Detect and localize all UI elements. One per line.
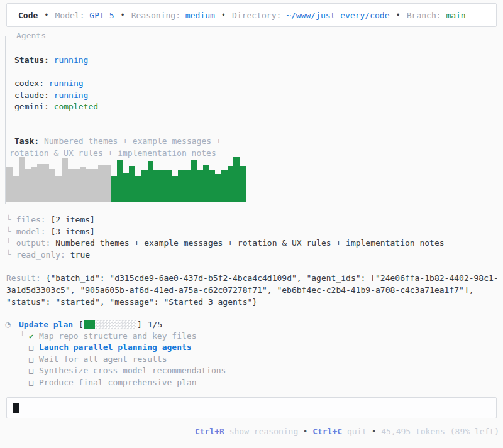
message-input[interactable] — [6, 397, 497, 418]
tool-param-row: └ files: [2 items] — [6, 214, 445, 226]
clock-icon: ◔ — [5, 320, 19, 329]
agent-state: running — [49, 79, 84, 88]
agent-activity-bars — [6, 153, 246, 202]
activity-bar — [49, 169, 55, 202]
activity-bar — [111, 176, 117, 202]
plan-item-text: Launch parallel planning agents — [39, 342, 192, 352]
app-title: Code — [18, 11, 38, 20]
text-cursor — [13, 403, 19, 413]
corner-branch-icon: └ — [6, 215, 11, 224]
checkbox-empty-icon: □ — [29, 354, 39, 365]
task-label: Task: — [14, 136, 39, 146]
plan-item-text: Wait for all agent results — [39, 354, 167, 364]
separator-dot-icon: • — [44, 11, 48, 19]
activity-bar — [86, 169, 92, 202]
activity-bar — [203, 165, 209, 202]
param-key: files: — [16, 215, 46, 224]
model-indicator: Model: GPT-5 — [55, 11, 114, 20]
activity-bar — [74, 169, 80, 202]
activity-bar — [6, 167, 13, 202]
tool-result: Result: {"batch_id": "d315cde9-6ae0-437d… — [6, 272, 500, 308]
directory-label: Directory: — [232, 11, 281, 20]
activity-bar — [228, 166, 234, 202]
separator-dot-icon: • — [372, 427, 376, 436]
agent-name: gemini: — [14, 102, 49, 111]
activity-bar — [104, 165, 111, 202]
status-label: Status: — [14, 55, 49, 65]
activity-bar — [184, 170, 191, 202]
activity-bar — [25, 169, 31, 202]
activity-bar — [19, 157, 25, 202]
separator-dot-icon: • — [396, 11, 401, 19]
shortcut-key: Ctrl+C — [312, 427, 342, 436]
result-label: Result: — [6, 273, 41, 283]
agent-name: claude: — [14, 90, 49, 100]
plan-item: └✔Map repo structure and key files — [20, 331, 226, 342]
tool-param-row: └ output: Numbered themes + example mess… — [6, 238, 445, 249]
activity-bar — [37, 164, 43, 202]
reasoning-indicator: Reasoning: medium — [131, 11, 215, 20]
shortcut-key: Ctrl+R — [195, 427, 224, 436]
corner-branch-icon: └ — [6, 227, 11, 236]
progress-close-bracket: ] — [137, 320, 142, 329]
activity-bar — [221, 170, 228, 202]
activity-bar — [92, 169, 99, 202]
activity-bar — [160, 170, 166, 202]
directory-value: ~/www/just-every/code — [286, 11, 389, 20]
reasoning-label: Reasoning: — [131, 11, 180, 20]
activity-bar — [117, 160, 123, 202]
activity-bar — [135, 176, 141, 202]
agent-name: codex: — [14, 79, 44, 88]
corner-branch-icon: └ — [20, 331, 29, 342]
param-key: model: — [16, 227, 46, 236]
plan-item: □Produce final comprehensive plan — [20, 377, 226, 388]
plan-item: □Wait for all agent results — [20, 354, 226, 365]
progress-count: 1/5 — [148, 320, 162, 329]
activity-bar — [209, 170, 215, 202]
activity-bar — [215, 174, 221, 202]
separator-dot-icon: • — [120, 11, 124, 19]
branch-value: main — [446, 11, 465, 20]
plan-item: □Launch parallel planning agents — [20, 342, 226, 353]
param-value: [3 items] — [50, 227, 94, 236]
branch-indicator: Branch: main — [407, 11, 466, 20]
checkbox-empty-icon: □ — [29, 342, 39, 353]
shortcut-action: show reasoning — [229, 427, 299, 436]
plan-items-list: └✔Map repo structure and key files □Laun… — [20, 331, 226, 388]
plan-header: ◔ Update plan [ ] 1/5 — [5, 319, 162, 331]
activity-bar — [62, 158, 68, 202]
activity-bar — [197, 170, 203, 202]
reasoning-value: medium — [185, 11, 215, 20]
progress-fill — [84, 320, 95, 329]
activity-bar — [80, 167, 86, 202]
plan-progress-bar — [84, 320, 136, 329]
agents-panel: Agents Status: running codex: running cl… — [5, 36, 248, 204]
branch-label: Branch: — [407, 11, 441, 20]
shortcut-action: quit — [347, 427, 367, 436]
activity-bar — [31, 167, 37, 202]
progress-remainder — [95, 320, 136, 329]
plan-item-text: Map repo structure and key files — [39, 331, 196, 341]
check-icon: ✔ — [29, 331, 39, 342]
result-value: {"batch_id": "d315cde9-6ae0-437d-b5f2-4b… — [6, 273, 499, 307]
param-value: true — [70, 250, 90, 260]
activity-bar — [123, 173, 130, 202]
param-key: read_only: — [16, 250, 65, 260]
agents-panel-title: Agents — [12, 31, 50, 40]
param-key: output: — [16, 238, 51, 248]
agent-list: codex: running claude: running gemini: c… — [14, 78, 243, 113]
activity-bar — [233, 157, 240, 202]
corner-branch-icon: └ — [6, 238, 11, 248]
activity-bar — [191, 160, 197, 202]
progress-open-bracket: [ — [79, 320, 84, 329]
token-usage: 45,495 tokens (89% left) — [381, 427, 499, 436]
activity-bar — [166, 170, 172, 202]
agent-row: gemini: completed — [14, 101, 243, 113]
model-label: Model: — [55, 11, 85, 20]
activity-bar — [43, 164, 50, 202]
status-bar: Code • Model: GPT-5 • Reasoning: medium … — [6, 3, 497, 27]
param-value: [2 items] — [50, 215, 94, 224]
activity-bar — [129, 166, 135, 202]
footer-bar: Ctrl+R show reasoning • Ctrl+C quit • 45… — [0, 427, 499, 436]
separator-dot-icon: • — [221, 11, 226, 19]
